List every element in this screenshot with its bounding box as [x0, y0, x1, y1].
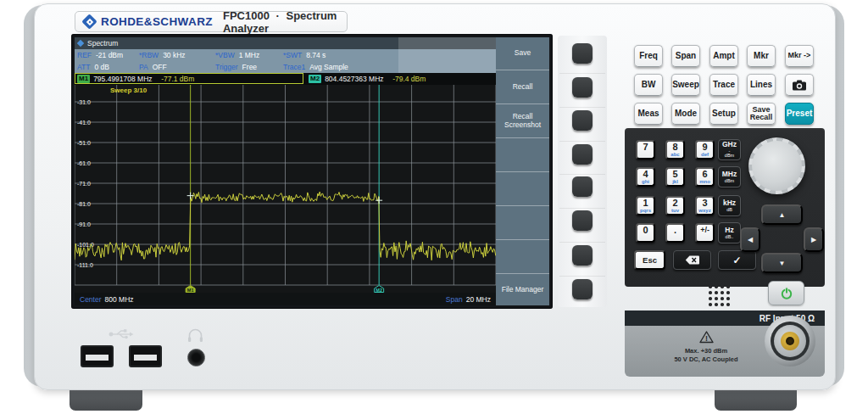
trace-button[interactable]: Trace [709, 74, 738, 96]
setup-button[interactable]: Setup [709, 103, 738, 125]
key-6[interactable]: 6mno [695, 167, 715, 187]
fpc1000-spectrum-analyzer: ROHDE&SCHWARZ FPC1000 · Spectrum Analyze… [0, 0, 868, 414]
softkey-button-2[interactable] [572, 77, 593, 98]
span-value: 20 MHz [466, 295, 491, 304]
esc-button[interactable]: Esc [634, 250, 665, 270]
frequency-axis-bar: Center 800 MHz Span 20 MHz [75, 293, 496, 305]
mkr-button[interactable]: Mkr [747, 45, 776, 67]
rf-warning: ! Max. +30 dBm 50 V DC, AC Coupled [653, 331, 760, 364]
spectrum-tab-label: Spectrum [87, 39, 118, 48]
usb-port-2 [129, 345, 162, 367]
arrow-up-button[interactable]: ▲ [761, 204, 803, 225]
svg-text:!: ! [705, 334, 708, 343]
arrow-right-button[interactable]: ▶ [804, 227, 824, 252]
mkr-to-button[interactable]: Mkr -> [785, 45, 814, 67]
key-7[interactable]: 7 [636, 140, 655, 159]
key-9[interactable]: 9def [695, 140, 715, 159]
svg-text:-111.0: -111.0 [77, 262, 93, 268]
softkey-blank-4 [496, 139, 549, 172]
softkey-button-5[interactable] [572, 176, 593, 197]
svg-text:-81.0: -81.0 [77, 201, 91, 207]
usb-icon [108, 327, 134, 340]
separator-dot: · [276, 9, 280, 22]
setting-trigger: TriggerFree [215, 63, 257, 71]
freq-button[interactable]: Freq [634, 45, 663, 67]
softkey-recall-screenshot[interactable]: Recall Screenshot [496, 105, 549, 138]
key-4[interactable]: 4ghi [636, 167, 655, 187]
key-2[interactable]: 2tuv [665, 196, 685, 215]
key-3[interactable]: 3wxyz [695, 196, 715, 215]
bw-button[interactable]: BW [634, 74, 663, 96]
arrow-up-icon: ▲ [779, 211, 786, 219]
key-plus-minus[interactable]: +/- [695, 223, 715, 243]
softkey-button-7[interactable] [572, 245, 593, 266]
svg-text:-31.0: -31.0 [77, 99, 91, 105]
enter-button[interactable]: ✓ [718, 250, 756, 270]
power-button[interactable] [768, 281, 804, 305]
svg-text:-41.0: -41.0 [77, 120, 91, 126]
preset-button[interactable]: Preset [785, 103, 814, 125]
key-0[interactable]: 0 [636, 223, 655, 243]
marker2-level: -79.4 dBm [392, 75, 426, 83]
sweep-button[interactable]: Sweep [671, 74, 700, 96]
key-8[interactable]: 8abc [665, 140, 685, 159]
spectrum-trace-svg: -31.0-41.0-51.0-61.0-71.0-81.0-91.0-101.… [75, 85, 496, 293]
unit-khz-button[interactable]: kHzdB [718, 195, 741, 216]
marker1-chip: M1 [77, 75, 90, 83]
camera-icon [792, 80, 807, 91]
arrow-down-button[interactable]: ▼ [761, 253, 803, 273]
meas-button[interactable]: Meas [634, 103, 663, 125]
model-name: FPC1000 [223, 9, 270, 22]
setting-vbw: *VBW1 MHz [215, 51, 259, 59]
backspace-button[interactable] [673, 250, 711, 270]
span-label: Span [446, 295, 463, 304]
key-decimal[interactable]: . [665, 223, 685, 243]
amplitude-menu-panel [398, 37, 496, 73]
brand-name: ROHDE&SCHWARZ [101, 15, 213, 28]
setting-rbw: *RBW30 kHz [139, 51, 186, 59]
save-recall-button[interactable]: Save Recall [747, 103, 776, 125]
softkey-save[interactable]: Save [496, 37, 549, 70]
key-1[interactable]: 1pqrs [636, 196, 655, 215]
checkmark-icon: ✓ [732, 255, 741, 266]
softkey-button-4[interactable] [572, 144, 593, 165]
lcd-screen: Spectrum REF-21 dBm *RBW30 kHz *VBW1 MHz… [75, 37, 549, 305]
svg-text:M1: M1 [187, 288, 194, 293]
unit-mhz-button[interactable]: MHzdBm [718, 166, 741, 187]
arrow-left-button[interactable]: ◀ [740, 227, 760, 252]
speaker-grille [709, 285, 730, 306]
softkey-button-1[interactable] [572, 43, 593, 64]
screenshot-button[interactable] [785, 74, 814, 96]
span-button[interactable]: Span [671, 45, 700, 67]
center-value: 800 MHz [105, 295, 134, 304]
spectrum-app-icon [77, 40, 84, 47]
spectrum-plot: -31.0-41.0-51.0-61.0-71.0-81.0-91.0-101.… [75, 85, 496, 293]
marker2-chip: M2 [309, 75, 321, 83]
rohde-schwarz-logo-icon [84, 16, 95, 27]
key-5[interactable]: 5jkl [665, 167, 685, 187]
svg-text:M2: M2 [376, 288, 382, 293]
arrow-left-icon: ◀ [748, 236, 753, 243]
usb-port-1 [81, 345, 114, 367]
softkey-recall[interactable]: Recall [496, 71, 549, 104]
marker-readout-m2: M2 804.4527363 MHz -79.4 dBm [307, 73, 496, 84]
softkey-button-8[interactable] [572, 279, 593, 299]
marker-readout-m1: M1 795.4991708 MHz -77.1 dBm [75, 73, 303, 84]
marker2-frequency: 804.4527363 MHz [325, 75, 392, 83]
lines-button[interactable]: Lines [747, 74, 776, 96]
setting-swt: *SWT8.74 s [283, 51, 326, 59]
softkey-button-3[interactable] [572, 110, 593, 131]
headphone-icon [186, 328, 204, 343]
power-icon [780, 287, 793, 300]
unit-ghz-button[interactable]: GHz-dBm [718, 139, 741, 160]
center-label: Center [80, 295, 102, 304]
unit-hz-button[interactable]: HzdB.. [718, 222, 741, 243]
ampt-button[interactable]: Ampt [709, 45, 738, 67]
rf-warning-line1: Max. +30 dBm [653, 347, 760, 355]
rotary-knob[interactable] [748, 137, 805, 194]
mode-button[interactable]: Mode [671, 103, 700, 125]
softkey-file-manager[interactable]: File Manager [496, 275, 549, 305]
arrow-down-icon: ▼ [779, 260, 786, 267]
svg-text:-51.0: -51.0 [77, 140, 91, 146]
softkey-button-6[interactable] [572, 210, 593, 231]
